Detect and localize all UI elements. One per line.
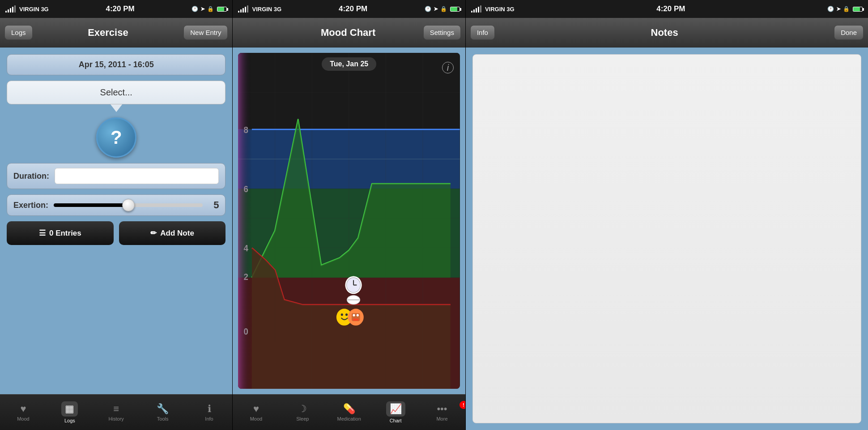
carrier-name-3: VIRGIN 3G [485, 6, 515, 13]
tab-history-label: History [109, 416, 124, 421]
heart-icon-2: ♥ [253, 403, 259, 415]
callout-arrow [110, 104, 123, 112]
entries-button[interactable]: ☰ 0 Entries [7, 221, 114, 245]
battery-3 [853, 7, 863, 12]
exertion-row: Exertion: 5 [7, 194, 226, 216]
question-wrapper: ? [7, 117, 226, 158]
logs-button[interactable]: Logs [4, 25, 33, 40]
tab-medication[interactable]: 💊 Medication [326, 403, 372, 421]
pencil-icon: ✏ [150, 228, 157, 238]
tab-sleep[interactable]: ☽ Sleep [279, 403, 326, 421]
signal-bars-3 [471, 5, 481, 13]
tab-mood-label-2: Mood [250, 416, 263, 421]
question-icon[interactable]: ? [96, 117, 136, 158]
tab-info-1[interactable]: ℹ Info [186, 403, 233, 421]
bar3 [10, 8, 11, 13]
svg-point-32 [345, 314, 348, 316]
b3 [243, 8, 244, 13]
lock-icon: 🔒 [207, 6, 214, 12]
tab-logs[interactable]: ▦ Logs [47, 401, 93, 423]
tab-bar-2: ♥ Mood ☽ Sleep 💊 Medication 📈 Chart ••• … [233, 394, 465, 430]
signal-bars-1 [5, 5, 16, 13]
done-button[interactable]: Done [834, 25, 864, 40]
c3 [476, 8, 477, 13]
tab-tools[interactable]: 🔧 Tools [140, 403, 186, 421]
c2 [473, 9, 475, 13]
tab-mood-2[interactable]: ♥ Mood [233, 403, 279, 421]
clock-icon-2: 🕐 [425, 6, 431, 12]
status-bar-1: VIRGIN 3G 4:20 PM 🕐 ➤ 🔒 [0, 0, 232, 18]
time-1: 4:20 PM [106, 4, 134, 13]
tab-chart[interactable]: 📈 Chart [372, 401, 419, 423]
c1 [471, 11, 472, 13]
svg-point-31 [341, 314, 343, 316]
b1 [238, 11, 239, 13]
sleep-icon: ☽ [298, 403, 307, 415]
settings-button[interactable]: Settings [423, 25, 461, 40]
signal-bars-2 [238, 5, 248, 13]
location-icon-3: ➤ [836, 6, 841, 12]
info-icon-1: ℹ [208, 403, 211, 415]
add-note-label: Add Note [160, 229, 194, 238]
svg-point-36 [357, 314, 359, 317]
c4 [478, 7, 479, 13]
exertion-label: Exertion: [13, 201, 48, 210]
carrier-name-2: VIRGIN 3G [252, 6, 281, 13]
slider-thumb[interactable] [122, 199, 135, 211]
notes-title: Notes [495, 27, 834, 39]
notes-panel: VIRGIN 3G 4:20 PM 🕐 ➤ 🔒 Info Notes Done [466, 0, 868, 430]
tab-more[interactable]: ••• ! More [419, 403, 465, 421]
notes-textarea[interactable] [472, 54, 861, 423]
tab-chart-label: Chart [390, 418, 402, 423]
clock-icon-3: 🕐 [827, 6, 834, 12]
info-button[interactable]: Info [470, 25, 495, 40]
status-icons-2: 🕐 ➤ 🔒 [425, 6, 460, 12]
status-bar-3: VIRGIN 3G 4:20 PM 🕐 ➤ 🔒 [466, 0, 868, 18]
b2 [240, 9, 242, 13]
add-note-button[interactable]: ✏ Add Note [119, 221, 226, 245]
status-bar-2: VIRGIN 3G 4:20 PM 🕐 ➤ 🔒 [233, 0, 465, 18]
nav-bar-2: Mood Chart Settings [233, 18, 465, 47]
notes-content [466, 47, 868, 430]
date-display: Apr 15, 2011 - 16:05 [7, 54, 226, 75]
logs-icon: ▦ [61, 401, 78, 417]
mood-chart-svg: 8 6 4 2 0 [238, 53, 460, 389]
chart-content: Tue, Jan 25 i [233, 47, 465, 394]
tab-info-label-1: Info [205, 416, 213, 421]
duration-input[interactable] [55, 168, 219, 184]
select-wrapper: Select... [7, 81, 226, 112]
svg-point-35 [353, 314, 355, 317]
exertion-value: 5 [208, 199, 219, 211]
tab-mood[interactable]: ♥ Mood [0, 403, 47, 421]
new-entry-button[interactable]: New Entry [183, 25, 228, 40]
location-icon: ➤ [200, 6, 205, 12]
chart-header: Tue, Jan 25 i [238, 57, 460, 71]
time-3: 4:20 PM [656, 4, 685, 13]
tab-tools-label: Tools [157, 416, 169, 421]
mood-chart-panel: VIRGIN 3G 4:20 PM 🕐 ➤ 🔒 Mood Chart Setti… [233, 0, 465, 430]
carrier-signal-2: VIRGIN 3G [238, 5, 281, 13]
exertion-slider[interactable] [54, 203, 203, 207]
duration-row: Duration: [7, 163, 226, 189]
action-buttons: ☰ 0 Entries ✏ Add Note [7, 221, 226, 245]
lock-icon-3: 🔒 [843, 6, 850, 12]
tab-sleep-label: Sleep [296, 416, 309, 421]
clock-icon: 🕐 [191, 6, 198, 12]
lock-icon-2: 🔒 [440, 6, 447, 12]
svg-rect-37 [353, 318, 358, 320]
chart-date: Tue, Jan 25 [322, 57, 376, 71]
status-icons-3: 🕐 ➤ 🔒 [827, 6, 863, 12]
tab-bar-1: ♥ Mood ▦ Logs ≡ History 🔧 Tools ℹ Info [0, 394, 232, 430]
tab-history[interactable]: ≡ History [93, 403, 140, 421]
c5 [480, 5, 481, 13]
medication-icon: 💊 [343, 403, 355, 415]
svg-marker-23 [238, 53, 252, 389]
select-callout[interactable]: Select... [7, 81, 226, 104]
b5 [247, 5, 248, 13]
tab-logs-label: Logs [64, 418, 75, 423]
chart-icon: 📈 [386, 401, 405, 417]
chart-info-button[interactable]: i [442, 62, 454, 73]
duration-label: Duration: [13, 172, 49, 181]
battery-2 [450, 7, 460, 12]
bar1 [5, 11, 7, 13]
